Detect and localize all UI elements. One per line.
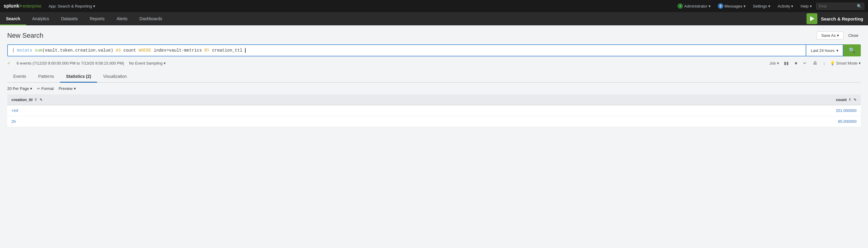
per-page-selector[interactable]: 20 Per Page ▾ [7,86,32,91]
status-check-icon: ✓ [7,61,10,65]
nav-search[interactable]: Search [0,12,26,25]
header-actions: Save As ▾ Close [817,31,861,39]
cursor [245,48,246,53]
nav-reports[interactable]: Reports [84,12,111,25]
play-icon [810,16,814,21]
find-input[interactable] [819,4,855,8]
print-button[interactable]: 🖶 [812,60,818,66]
edit-icon-count[interactable]: ✎ [854,98,857,102]
find-input-wrap: 🔍 [816,3,864,10]
app-title-label: Search & Reporting [821,16,863,21]
splunk-wordmark: splunk> [4,3,22,9]
search-icon: 🔍 [849,47,855,54]
export-button[interactable]: ↓ [822,60,827,66]
search-query-text: mstats sum(vault.token.creation.value) A… [17,48,245,53]
find-icon: 🔍 [857,4,862,8]
sort-icon-count: ⇕ [848,98,851,102]
results-table: creation_ttl ⇕ ✎ count ⇕ ✎ +Inf [7,94,861,127]
sec-nav-right: Search & Reporting [807,12,868,25]
search-bar: | mstats sum(vault.token.creation.value)… [7,44,861,56]
splunk-logo[interactable]: splunk> enterprise [4,3,41,9]
top-nav-right: i Administrator ▾ 2 Messages ▾ Settings … [675,2,864,10]
cell-creation-ttl-0: +Inf [7,105,498,116]
col-header-creation-ttl[interactable]: creation_ttl ⇕ ✎ [7,94,498,105]
splunk-edition: enterprise [23,4,41,8]
share-button[interactable]: ↵ [802,60,808,66]
secondary-nav: Search Analytics Datasets Reports Alerts… [0,12,868,25]
page-header: New Search Save As ▾ Close [7,31,861,39]
main-content: New Search Save As ▾ Close | mstats sum(… [0,25,868,248]
creation-ttl-link-1[interactable]: 2h [11,119,16,124]
save-as-button[interactable]: Save As ▾ [817,31,844,39]
nav-dashboards[interactable]: Dashboards [133,12,168,25]
cell-creation-ttl-1: 2h [7,116,498,127]
results-tabs: Events Patterns Statistics (2) Visualiza… [7,71,861,83]
events-count-text: 6 events (7/12/20 9:00:00.000 PM to 7/13… [17,61,124,65]
activity-menu[interactable]: Activity ▾ [775,3,796,10]
nav-datasets[interactable]: Datasets [55,12,84,25]
tab-patterns[interactable]: Patterns [32,71,60,82]
preview-selector[interactable]: Preview ▾ [59,86,76,91]
mstats-cmd: mstats [17,48,32,53]
table-row: +Inf 201.000000 [7,105,861,116]
messages-badge: 2 [718,3,723,9]
job-menu[interactable]: Job ▾ [770,61,779,65]
time-range-picker[interactable]: Last 24 hours ▾ [806,44,843,56]
messages-menu[interactable]: 2 Messages ▾ [715,2,749,10]
where-keyword: WHERE [138,48,151,53]
search-button[interactable]: 🔍 [843,44,861,56]
app-icon [807,13,817,24]
format-button[interactable]: ✏ Format [37,86,54,91]
col-header-count[interactable]: count ⇕ ✎ [498,94,861,105]
close-button[interactable]: Close [846,32,861,39]
count-link-1[interactable]: 85.000000 [838,119,857,124]
table-row: 2h 85.000000 [7,116,861,127]
table-controls: 20 Per Page ▾ ✏ Format Preview ▾ [7,86,861,91]
tab-statistics[interactable]: Statistics (2) [60,71,97,83]
nav-alerts[interactable]: Alerts [111,12,133,25]
status-bar: ✓ 6 events (7/12/20 9:00:00.000 PM to 7/… [7,60,861,66]
event-sampling-selector[interactable]: No Event Sampling ▾ [129,61,166,65]
by-keyword: BY [204,48,210,53]
edit-icon-creation-ttl[interactable]: ✎ [39,98,42,102]
app-switcher[interactable]: App: Search & Reporting ▾ [49,4,95,8]
pencil-icon: ✏ [37,87,40,91]
tab-visualization[interactable]: Visualization [97,71,133,82]
page-title: New Search [7,32,43,39]
bulb-icon: 💡 [830,61,835,65]
count-link-0[interactable]: 201.000000 [836,108,857,113]
sort-icon-creation-ttl: ⇕ [34,98,37,102]
smart-mode-selector[interactable]: 💡 Smart Mode ▾ [830,61,861,65]
creation-ttl-link-0[interactable]: +Inf [11,108,18,113]
status-right: Job ▾ ▮▮ ■ ↵ 🖶 ↓ 💡 Smart Mode ▾ [770,60,861,66]
cell-count-1: 85.000000 [498,116,861,127]
top-nav: splunk> enterprise App: Search & Reporti… [0,0,868,12]
sum-func: sum [35,48,42,53]
admin-menu[interactable]: i Administrator ▾ [675,2,714,10]
nav-analytics[interactable]: Analytics [26,12,55,25]
pause-button[interactable]: ▮▮ [783,60,790,66]
search-pipe: | [12,48,14,53]
help-menu[interactable]: Help ▾ [798,3,815,10]
as-keyword: AS [116,48,121,53]
settings-menu[interactable]: Settings ▾ [750,3,773,10]
stop-button[interactable]: ■ [794,60,798,66]
tab-events[interactable]: Events [7,71,32,82]
cell-count-0: 201.000000 [498,105,861,116]
search-input-container[interactable]: | mstats sum(vault.token.creation.value)… [7,44,806,56]
